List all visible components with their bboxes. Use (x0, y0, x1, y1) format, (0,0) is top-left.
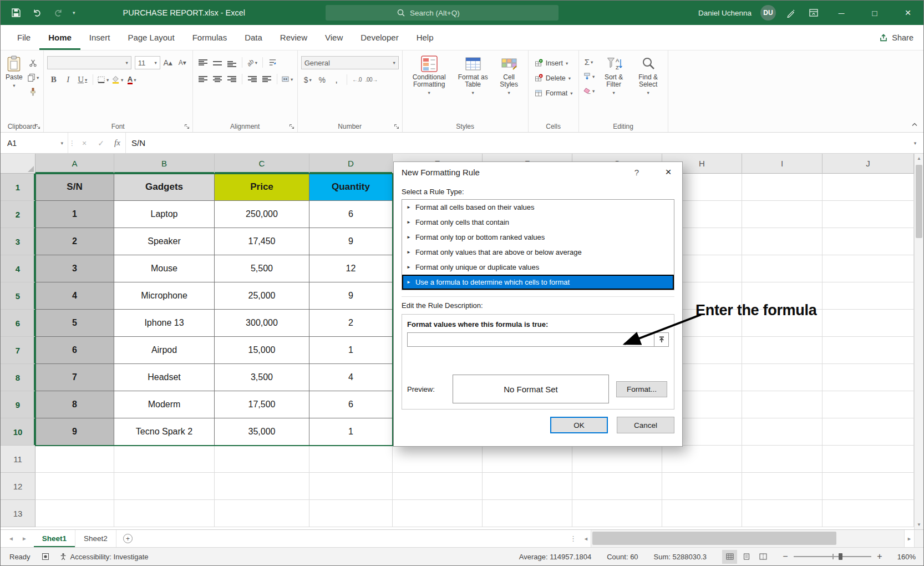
cancel-button[interactable]: Cancel (617, 417, 674, 433)
cell-F12[interactable] (483, 473, 572, 500)
cell-A13[interactable] (35, 500, 114, 527)
borders-button[interactable]: ▾ (97, 73, 110, 86)
rule-type-option-1[interactable]: ►Format only cells that contain (402, 215, 674, 230)
increase-decimal-button[interactable]: ←.0 (351, 73, 364, 86)
cell-F11[interactable] (483, 446, 572, 473)
scroll-down-icon[interactable]: ▼ (915, 520, 923, 529)
cell-G12[interactable] (572, 473, 662, 500)
cell-C3[interactable]: 17,450 (215, 228, 309, 255)
row-header-10[interactable]: 10 (1, 418, 35, 446)
cell-J7[interactable] (823, 337, 914, 364)
cell-C5[interactable]: 25,000 (215, 282, 309, 310)
cancel-entry-icon[interactable]: × (76, 133, 93, 153)
cell-J3[interactable] (823, 228, 914, 255)
find-select-button[interactable]: Find & Select ▾ (632, 53, 664, 121)
cell-I10[interactable] (742, 418, 823, 446)
cell-B9[interactable]: Moderm (114, 391, 215, 418)
row-header-13[interactable]: 13 (1, 500, 35, 527)
cell-A11[interactable] (35, 446, 114, 473)
menu-tab-review[interactable]: Review (271, 25, 316, 50)
cut-button[interactable] (27, 57, 40, 69)
avatar[interactable]: DU (760, 5, 776, 21)
share-button[interactable]: Share (879, 25, 913, 50)
save-icon[interactable] (9, 6, 23, 19)
cell-I2[interactable] (742, 201, 823, 228)
prev-sheet-icon[interactable]: ◄ (8, 535, 14, 542)
menu-tab-developer[interactable]: Developer (352, 25, 407, 50)
menu-tab-help[interactable]: Help (408, 25, 443, 50)
horizontal-scroll-track[interactable] (591, 530, 905, 547)
redo-icon[interactable] (52, 6, 65, 19)
cell-I4[interactable] (742, 255, 823, 282)
alignment-dialog-launcher[interactable] (288, 123, 296, 130)
cell-D12[interactable] (309, 473, 393, 500)
formula-bar-expand-icon[interactable]: ▾ (907, 133, 923, 153)
page-break-view-button[interactable] (755, 550, 770, 564)
row-header-1[interactable]: 1 (1, 174, 35, 201)
cell-I9[interactable] (742, 391, 823, 418)
row-header-11[interactable]: 11 (1, 446, 35, 473)
row-header-12[interactable]: 12 (1, 473, 35, 500)
status-count[interactable]: Count: 60 (607, 553, 638, 561)
merge-center-button[interactable]: ▾ (281, 73, 294, 85)
scroll-up-icon[interactable]: ▲ (915, 154, 923, 163)
cell-A2[interactable]: 1 (35, 201, 114, 228)
page-layout-view-button[interactable] (739, 550, 754, 564)
cell-A7[interactable]: 6 (35, 337, 114, 364)
undo-icon[interactable] (31, 6, 44, 19)
cell-C4[interactable]: 5,500 (215, 255, 309, 282)
normal-view-button[interactable] (722, 550, 737, 564)
vertical-scroll-thumb[interactable] (916, 165, 922, 238)
cell-J2[interactable] (823, 201, 914, 228)
zoom-thumb[interactable] (839, 553, 842, 560)
increase-font-size-button[interactable]: A▴ (161, 57, 175, 69)
accounting-format-button[interactable]: $▾ (301, 73, 314, 86)
column-header-J[interactable]: J (823, 154, 914, 174)
cell-J8[interactable] (823, 364, 914, 391)
minimize-button[interactable]: ─ (829, 1, 854, 25)
column-header-B[interactable]: B (114, 154, 215, 174)
cell-C11[interactable] (215, 446, 309, 473)
cell-C13[interactable] (215, 500, 309, 527)
cell-J4[interactable] (823, 255, 914, 282)
align-left-button[interactable] (196, 73, 210, 85)
underline-button[interactable]: U▾ (76, 73, 89, 86)
cell-D7[interactable]: 1 (309, 337, 393, 364)
cell-B4[interactable]: Mouse (114, 255, 215, 282)
maximize-button[interactable]: □ (862, 1, 887, 25)
name-box[interactable]: A1 ▾ (1, 133, 68, 153)
number-format-combo[interactable]: General▾ (301, 56, 399, 69)
new-sheet-button[interactable]: + (123, 534, 133, 543)
cell-A1[interactable]: S/N (35, 174, 114, 201)
cell-C9[interactable]: 17,500 (215, 391, 309, 418)
namebox-resize-handle[interactable]: ⋮ (68, 133, 76, 153)
cell-B5[interactable]: Microphone (114, 282, 215, 310)
cell-D8[interactable]: 4 (309, 364, 393, 391)
insert-function-icon[interactable]: fx (109, 133, 126, 153)
cell-B11[interactable] (114, 446, 215, 473)
cell-I13[interactable] (742, 500, 823, 527)
next-sheet-icon[interactable]: ► (22, 535, 27, 542)
cell-C8[interactable]: 3,500 (215, 364, 309, 391)
cell-C6[interactable]: 300,000 (215, 310, 309, 337)
dialog-close-button[interactable]: × (660, 166, 677, 178)
cell-styles-button[interactable]: Cell Styles ▾ (494, 53, 525, 121)
font-name-combo[interactable]: ▾ (47, 56, 131, 69)
rule-type-option-5[interactable]: ►Use a formula to determine which cells … (402, 275, 674, 290)
row-header-6[interactable]: 6 (1, 310, 35, 337)
cell-J5[interactable] (823, 282, 914, 310)
cell-A4[interactable]: 3 (35, 255, 114, 282)
autosum-button[interactable]: Σ▾ (582, 55, 596, 68)
cell-G13[interactable] (572, 500, 662, 527)
cell-C12[interactable] (215, 473, 309, 500)
cell-A12[interactable] (35, 473, 114, 500)
rule-type-option-2[interactable]: ►Format only top or bottom ranked values (402, 230, 674, 245)
cell-C10[interactable]: 35,000 (215, 418, 309, 446)
zoom-out-button[interactable]: − (779, 552, 791, 562)
zoom-slider[interactable] (794, 553, 871, 560)
select-all-corner[interactable] (1, 154, 35, 174)
status-average[interactable]: Average: 114957.1804 (519, 553, 591, 561)
scroll-right-icon[interactable]: ► (905, 530, 914, 547)
font-dialog-launcher[interactable] (183, 123, 191, 130)
menu-tab-view[interactable]: View (316, 25, 352, 50)
